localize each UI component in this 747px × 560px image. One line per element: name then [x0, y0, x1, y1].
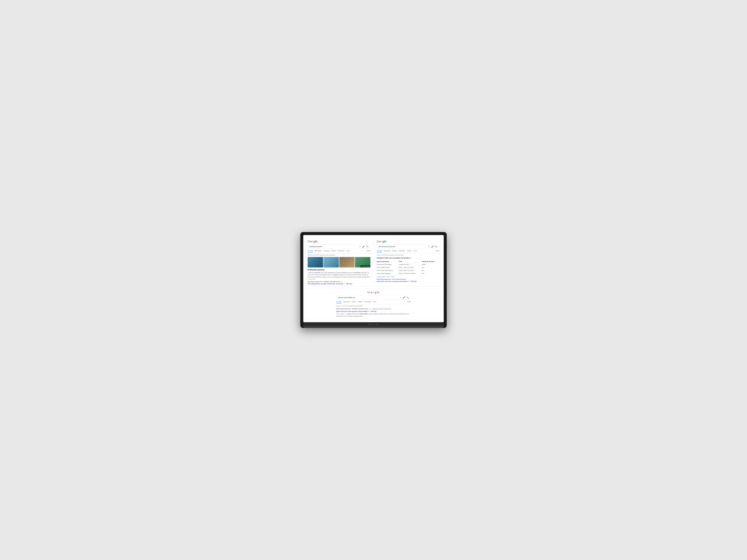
result-date-3: 12 févr. 2020: [336, 313, 344, 315]
tab-label-actualites-3[interactable]: Actualités: [364, 301, 371, 302]
result-snippet-1: L'alarme de piscine est un des dispositi…: [308, 272, 370, 280]
result-url-3: https://www.wi-pool.com › actualités › p…: [336, 308, 370, 310]
table-cell-type-3: Volet roulant automatique: [377, 269, 399, 272]
tab-plus-3[interactable]: i Plus: [373, 301, 376, 303]
tab-shopping-3[interactable]: Shopping: [343, 301, 350, 303]
screen-content: G o o g l e ✕ 🎤 🔍: [303, 235, 444, 322]
top-search-row: G o o g l e ✕ 🎤 🔍: [306, 237, 441, 287]
tab-outils-3[interactable]: Outils: [407, 301, 411, 303]
more-rows-link[interactable]: 2 autres lignes · 30 nov. 2020: [377, 276, 439, 277]
table-date: 30 nov. 2020: [386, 276, 394, 277]
google-logo-2: G o o g l e: [377, 239, 439, 243]
google-g2: g: [313, 239, 315, 243]
more-rows-anchor[interactable]: 2 autres lignes: [377, 276, 385, 277]
clear-icon-1[interactable]: ✕: [359, 245, 361, 248]
result-url-1: https://www.wi-pool.com › actualités › d…: [308, 281, 370, 283]
result-link-1[interactable]: Quel dispositif de sécurité choisir pour…: [308, 283, 352, 285]
tab-label-shopping-3[interactable]: Shopping: [343, 301, 350, 302]
table-cell-cost-3: Entre 3 500 € et 6 000 €: [399, 269, 422, 272]
more-images-label[interactable]: + Plus d'images: [361, 265, 370, 267]
tab-label-videos-3[interactable]: Vidéos: [352, 301, 356, 302]
tab-label-videos-2[interactable]: Vidéos: [407, 250, 411, 251]
tab-label-actualites-1[interactable]: Actualités: [338, 250, 344, 251]
tab-images-2[interactable]: Images: [392, 250, 397, 252]
tab-tous-3[interactable]: 🔍 Tous: [336, 301, 341, 303]
google-e-3: e: [378, 290, 380, 294]
tab-label-outils-1[interactable]: Outils: [366, 250, 370, 251]
search-input-3[interactable]: [338, 297, 398, 298]
search-icon-1[interactable]: 🔍: [366, 245, 368, 248]
tab-shopping-1[interactable]: Shopping: [324, 250, 330, 252]
tab-label-outils-3[interactable]: Outils: [407, 301, 411, 302]
clear-icon-2[interactable]: ✕: [428, 245, 430, 248]
search-icon-3[interactable]: 🔍: [406, 296, 409, 299]
search-panel-1: G o o g l e ✕ 🎤 🔍: [306, 237, 372, 287]
clear-icon-3[interactable]: ✕: [400, 296, 402, 299]
mic-icon-3[interactable]: 🎤: [403, 296, 405, 299]
tab-images-3[interactable]: Images: [358, 301, 363, 303]
table-cell-type-1: Couverture d'hivernage: [377, 263, 399, 266]
table-header-cost: Coût: [399, 260, 422, 263]
tab-tous-2[interactable]: 🔍 Tous: [377, 250, 382, 252]
google-l-3: l: [377, 290, 378, 294]
tab-actualites-1[interactable]: Actualités: [338, 250, 344, 252]
snippet-text-3: Le prix de base d'un fond mobile varie d…: [336, 313, 409, 317]
google-o2-2: o: [381, 239, 383, 243]
result-snippet-3: 12 févr. 2020 — Le prix de base d'un fon…: [336, 313, 411, 317]
result-date-1: 2 mars 2020: [308, 278, 315, 280]
tab-label-plus-1[interactable]: i Plus: [346, 250, 350, 251]
tab-label-videos-1[interactable]: Vidéos: [332, 250, 336, 251]
tab-plus-1[interactable]: i Plus: [346, 250, 350, 252]
tab-outils-2[interactable]: Outils: [436, 250, 439, 252]
tab-videos-1[interactable]: Vidéos: [332, 250, 336, 252]
search-bar-3[interactable]: ✕ 🎤 🔍: [336, 295, 411, 299]
tab-label-images-2[interactable]: Images: [392, 250, 397, 251]
mic-icon-1[interactable]: 🎤: [362, 245, 365, 248]
tab-label-actualites-2[interactable]: Actualités: [398, 250, 405, 251]
tab-label-tous-1[interactable]: Tous: [310, 250, 313, 251]
tab-actualites-3[interactable]: Actualités: [364, 301, 371, 303]
tab-label-images-1[interactable]: Images: [317, 250, 321, 251]
google-o1: o: [310, 239, 312, 243]
laptop-bottom: [303, 326, 444, 328]
table-cell-type-4: Volet roulant immergé: [377, 272, 399, 275]
nav-tabs-1: 🔍 Tous 🖼 Images Shopping Vid: [308, 250, 370, 254]
tab-label-images-3[interactable]: Images: [358, 301, 363, 302]
tab-actualites-2[interactable]: Actualités: [398, 250, 405, 252]
tab-label-tous-3[interactable]: Tous: [338, 301, 341, 302]
google-g2-3: g: [375, 290, 376, 294]
bottom-search-inner: G o o g l e ✕ 🎤 🔍: [336, 290, 411, 317]
table-header-security: Niveau de sécurité: [422, 260, 439, 263]
price-table: Type de protection Coût Niveau de sécuri…: [377, 260, 439, 275]
tab-shopping-2[interactable]: Shopping: [384, 250, 390, 252]
tab-label-shopping-2[interactable]: Shopping: [384, 250, 390, 251]
tab-outils-1[interactable]: Outils: [366, 250, 370, 252]
result-link-3[interactable]: Quel est le prix d'une piscine à fond mo…: [336, 311, 376, 312]
table-header-type: Type de protection: [377, 260, 399, 263]
search-icon-2[interactable]: 🔍: [435, 245, 437, 248]
table-cell-security-3: Bon: [422, 269, 439, 272]
tab-videos-3[interactable]: Vidéos: [352, 301, 356, 303]
search-bar-2[interactable]: ✕ 🎤 🔍: [377, 244, 439, 249]
tab-tous-1[interactable]: 🔍 Tous: [308, 250, 313, 252]
search-input-2[interactable]: [379, 246, 427, 247]
result-url-2: https://www.wi-pool.com › prix-couvertur…: [377, 278, 439, 280]
tab-label-outils-2[interactable]: Outils: [436, 250, 439, 251]
search-bar-1[interactable]: ✕ 🎤 🔍: [308, 244, 370, 249]
result-link-2[interactable]: Quel est le prix des couvertures de pisc…: [377, 281, 416, 282]
google-g2-2: g: [383, 239, 384, 243]
tab-icon-images-1: 🖼: [315, 250, 316, 251]
mic-icon-2[interactable]: 🎤: [431, 245, 434, 248]
laptop-base: MacBook Pro: [303, 323, 444, 326]
tab-label-plus-2[interactable]: i Plus: [413, 250, 417, 251]
tab-label-tous-2[interactable]: Tous: [379, 250, 382, 251]
tab-images-1[interactable]: 🖼 Images: [315, 250, 321, 252]
tab-videos-2[interactable]: Vidéos: [407, 250, 411, 252]
tab-icon-tous-2: 🔍: [377, 250, 379, 251]
google-g-2: G: [377, 239, 379, 243]
search-input-1[interactable]: [310, 246, 358, 247]
tab-label-plus-3[interactable]: i Plus: [373, 301, 376, 302]
tab-plus-2[interactable]: i Plus: [413, 250, 417, 252]
tab-label-shopping-1[interactable]: Shopping: [324, 250, 330, 251]
results-count-3: Environ 7 270 000 résultats (0,55 second…: [336, 305, 411, 307]
